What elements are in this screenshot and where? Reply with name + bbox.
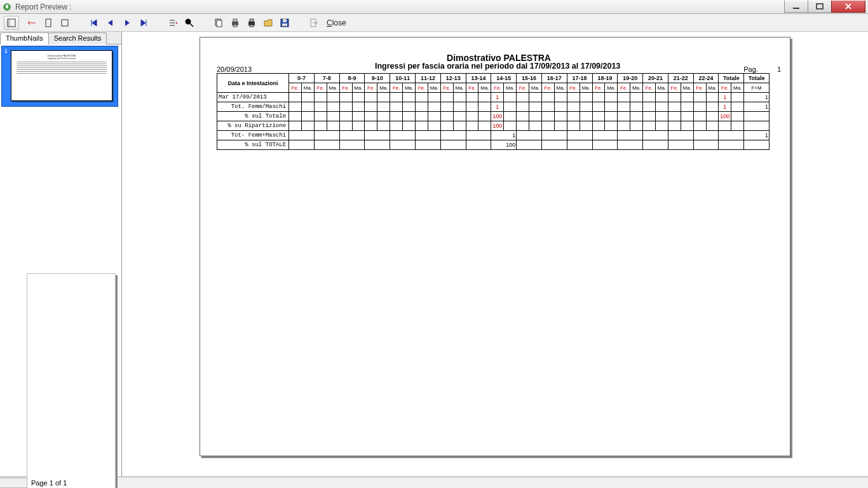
table-row: % sul Totale100100 — [217, 112, 770, 121]
status-page: Page 1 of 1 — [27, 273, 116, 489]
svg-rect-5 — [8, 19, 10, 27]
first-page-button[interactable] — [86, 16, 102, 30]
tab-thumbnails[interactable]: ThumbNails — [0, 32, 49, 44]
svg-rect-18 — [283, 19, 287, 22]
window-title: Report Preview : — [15, 3, 785, 11]
table-row: % sul TOTALE100 — [217, 140, 770, 150]
print-date: 20/09/2013 — [217, 65, 252, 73]
report-page: Dimostrativo PALESTRA 20/09/2013 Ingress… — [200, 37, 790, 456]
thumbnail-item[interactable]: 1 Dimostrativo PALESTRAIngressi per fasc… — [1, 46, 118, 107]
status-cell — [0, 478, 27, 488]
svg-rect-7 — [62, 20, 68, 26]
svg-rect-16 — [250, 25, 254, 27]
close-label: lose — [332, 18, 346, 27]
table-header-row: Data e Intestazioni 0-7 7-8 8-9 9-10 10-… — [217, 74, 770, 83]
jump-button[interactable] — [165, 16, 180, 30]
minimize-button[interactable] — [784, 1, 808, 13]
close-button[interactable]: Close — [323, 17, 350, 29]
svg-rect-2 — [793, 8, 799, 9]
app-icon — [3, 3, 11, 11]
toolbar: Close — [0, 14, 868, 32]
svg-rect-19 — [282, 24, 287, 26]
print-setup-button[interactable] — [227, 16, 243, 30]
toggle-thumbnails-button[interactable] — [4, 16, 19, 30]
table-row: % su Ripartizione100 — [217, 121, 770, 131]
search-button[interactable] — [182, 16, 197, 30]
status-bar: Page 1 of 1 — [0, 477, 868, 488]
thumbnail-number: 1 — [4, 48, 8, 54]
page-number: 1 — [777, 65, 781, 73]
svg-rect-12 — [233, 19, 237, 22]
prev-page-button[interactable] — [103, 16, 118, 30]
report-meta: 20/09/2013 Ingressi per fascia oraria ne… — [217, 64, 781, 73]
copy-button[interactable] — [211, 16, 226, 30]
open-button[interactable] — [261, 16, 276, 30]
page-label: Pag. — [743, 65, 758, 73]
table-row: Tot. Femm/Maschi111 — [217, 102, 770, 112]
export-button[interactable] — [306, 16, 322, 30]
body: ThumbNails Search Results 1 Dimostrativo… — [0, 32, 868, 477]
print-button[interactable] — [244, 16, 259, 30]
maximize-button[interactable] — [808, 1, 832, 13]
thumbnail-preview: Dimostrativo PALESTRAIngressi per fascia… — [11, 50, 112, 101]
svg-rect-10 — [217, 20, 222, 27]
actual-size-button[interactable] — [57, 16, 72, 30]
window-titlebar: Report Preview : — [0, 0, 868, 14]
svg-rect-3 — [817, 4, 823, 9]
fit-page-button[interactable] — [41, 16, 56, 30]
next-page-button[interactable] — [119, 16, 135, 30]
close-window-button[interactable] — [831, 1, 865, 13]
report-subtitle: Ingressi per fascia oraria nel periodo d… — [252, 62, 743, 71]
table-row: Mar 17/09/2013111 — [217, 93, 770, 102]
svg-rect-1 — [6, 4, 8, 8]
svg-rect-13 — [233, 25, 237, 27]
last-page-button[interactable] — [136, 16, 151, 30]
svg-rect-15 — [250, 19, 254, 22]
table-row: Tot- Femm+Maschi11 — [217, 131, 770, 140]
col-label-header: Data e Intestazioni — [217, 74, 289, 93]
report-viewer[interactable]: Dimostrativo PALESTRA 20/09/2013 Ingress… — [122, 32, 868, 477]
window-controls — [785, 1, 865, 13]
tab-search-results[interactable]: Search Results — [48, 32, 107, 44]
svg-rect-6 — [46, 19, 51, 27]
side-tabs: ThumbNails Search Results — [0, 32, 121, 44]
fit-width-button[interactable] — [24, 16, 39, 30]
table-subheader-row: Fe.Ma.Fe.Ma.Fe.Ma.Fe.Ma.Fe.Ma.Fe.Ma.Fe.M… — [217, 83, 770, 93]
save-button[interactable] — [277, 16, 292, 30]
report-table: Data e Intestazioni 0-7 7-8 8-9 9-10 10-… — [217, 73, 770, 150]
